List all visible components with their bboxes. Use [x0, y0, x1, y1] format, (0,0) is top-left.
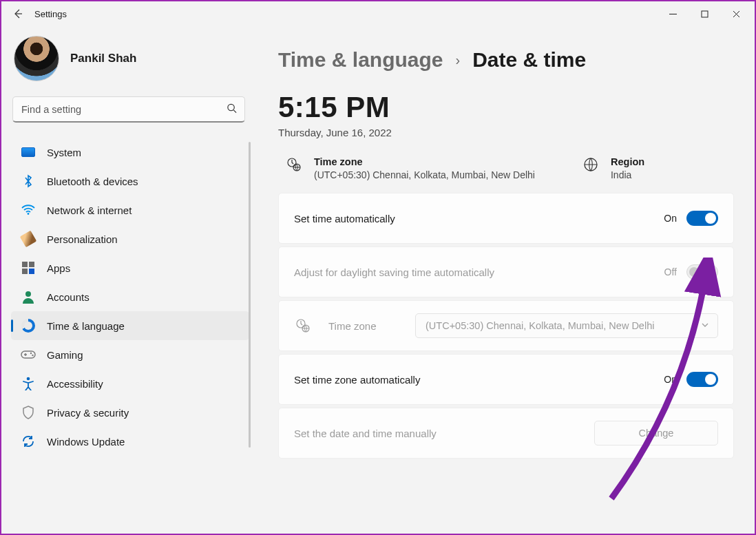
apps-icon — [21, 260, 36, 275]
accessibility-icon — [21, 376, 36, 391]
svg-point-3 — [25, 291, 31, 297]
nav-label: Accounts — [47, 291, 90, 303]
person-icon — [21, 289, 36, 304]
update-icon — [21, 434, 36, 449]
info-timezone[interactable]: Time zone (UTC+05:30) Chennai, Kolkata, … — [286, 156, 535, 180]
profile[interactable]: Pankil Shah — [11, 32, 249, 94]
current-time: 5:15 PM — [278, 91, 734, 124]
nav-accessibility[interactable]: Accessibility — [11, 369, 249, 398]
nav-time-language[interactable]: Time & language — [11, 311, 249, 340]
nav-accounts[interactable]: Accounts — [11, 282, 249, 311]
back-button[interactable] — [4, 1, 32, 26]
info-label: Region — [611, 156, 644, 167]
close-icon — [733, 10, 740, 18]
window-controls — [657, 3, 752, 25]
nav-label: Apps — [47, 262, 70, 274]
nav-bluetooth[interactable]: Bluetooth & devices — [11, 167, 249, 196]
nav-personalization[interactable]: Personalization — [11, 224, 249, 253]
toggle-state: On — [664, 374, 677, 385]
info-row: Time zone (UTC+05:30) Chennai, Kolkata, … — [278, 152, 734, 193]
svg-point-7 — [27, 377, 30, 381]
svg-rect-0 — [702, 11, 708, 17]
search-input[interactable] — [12, 96, 245, 123]
nav-list: System Bluetooth & devices Network & int… — [11, 138, 249, 456]
chevron-right-icon: › — [456, 52, 461, 68]
timezone-select: (UTC+05:30) Chennai, Kolkata, Mumbai, Ne… — [415, 313, 718, 338]
search-wrap — [12, 96, 245, 123]
user-name: Pankil Shah — [70, 52, 136, 65]
card-set-time-auto: Set time automatically On — [278, 193, 734, 244]
arrow-left-icon — [12, 8, 23, 19]
avatar — [14, 36, 59, 81]
card-dst-auto: Adjust for daylight saving time automati… — [278, 246, 734, 297]
gamepad-icon — [21, 347, 36, 362]
close-button[interactable] — [720, 3, 752, 25]
nav-scrollbar[interactable] — [249, 142, 251, 448]
breadcrumb-current: Date & time — [472, 48, 586, 72]
nav-label: Accessibility — [47, 378, 103, 390]
breadcrumb-parent[interactable]: Time & language — [278, 48, 443, 72]
svg-point-5 — [30, 353, 32, 354]
nav-label: Gaming — [47, 349, 83, 361]
nav-label: Network & internet — [47, 204, 132, 216]
svg-point-6 — [32, 355, 33, 356]
nav-label: Personalization — [47, 233, 118, 245]
toggle-state: Off — [664, 266, 677, 277]
minimize-button[interactable] — [657, 3, 689, 25]
nav-label: Time & language — [47, 320, 125, 332]
window-title: Settings — [34, 9, 67, 19]
clock-globe-icon — [21, 318, 36, 333]
info-value: (UTC+05:30) Chennai, Kolkata, Mumbai, Ne… — [314, 169, 535, 180]
svg-point-2 — [28, 213, 30, 215]
info-label: Time zone — [314, 156, 535, 167]
change-button: Change — [594, 421, 718, 445]
nav-gaming[interactable]: Gaming — [11, 340, 249, 369]
setting-label: Adjust for daylight saving time automati… — [294, 266, 664, 278]
toggle-set-time-auto[interactable] — [686, 211, 718, 226]
nav-apps[interactable]: Apps — [11, 253, 249, 282]
breadcrumb: Time & language › Date & time — [278, 48, 734, 72]
nav-windows-update[interactable]: Windows Update — [11, 427, 249, 456]
setting-label: Set time zone automatically — [294, 374, 664, 386]
toggle-set-tz-auto[interactable] — [686, 372, 718, 387]
globe-icon — [583, 157, 598, 172]
card-manual-time: Set the date and time manually Change — [278, 408, 734, 459]
minimize-icon — [669, 10, 677, 18]
select-value: (UTC+05:30) Chennai, Kolkata, Mumbai, Ne… — [426, 320, 654, 331]
setting-label: Set time automatically — [294, 213, 664, 224]
chevron-down-icon — [701, 320, 709, 331]
maximize-icon — [701, 10, 708, 18]
titlebar: Settings — [1, 1, 755, 26]
info-value: India — [611, 169, 644, 180]
wifi-icon — [21, 202, 36, 218]
svg-point-1 — [228, 104, 234, 110]
nav-network[interactable]: Network & internet — [11, 196, 249, 224]
nav-label: Windows Update — [47, 436, 125, 448]
current-date: Thursday, June 16, 2022 — [278, 127, 734, 138]
info-region[interactable]: Region India — [583, 156, 644, 180]
shield-icon — [21, 405, 36, 420]
nav-label: Privacy & security — [47, 407, 129, 419]
nav-privacy[interactable]: Privacy & security — [11, 398, 249, 427]
sidebar: Pankil Shah System Bluetooth & devices N… — [1, 26, 256, 534]
clock-globe-icon — [286, 157, 302, 172]
maximize-button[interactable] — [689, 3, 720, 25]
setting-label: Time zone — [328, 320, 411, 332]
clock-globe-icon — [294, 318, 312, 333]
nav-label: System — [47, 147, 81, 158]
toggle-state: On — [664, 213, 677, 224]
main-content: Time & language › Date & time 5:15 PM Th… — [256, 26, 755, 534]
system-icon — [21, 145, 36, 160]
nav-system[interactable]: System — [11, 138, 249, 167]
card-set-tz-auto: Set time zone automatically On — [278, 354, 734, 405]
card-timezone: Time zone (UTC+05:30) Chennai, Kolkata, … — [278, 300, 734, 351]
bluetooth-icon — [21, 174, 36, 189]
nav-label: Bluetooth & devices — [47, 176, 138, 187]
setting-label: Set the date and time manually — [294, 428, 594, 439]
paintbrush-icon — [21, 231, 36, 246]
toggle-dst-auto — [686, 264, 718, 280]
search-icon — [227, 103, 237, 116]
settings-cards: Set time automatically On Adjust for day… — [278, 193, 734, 459]
